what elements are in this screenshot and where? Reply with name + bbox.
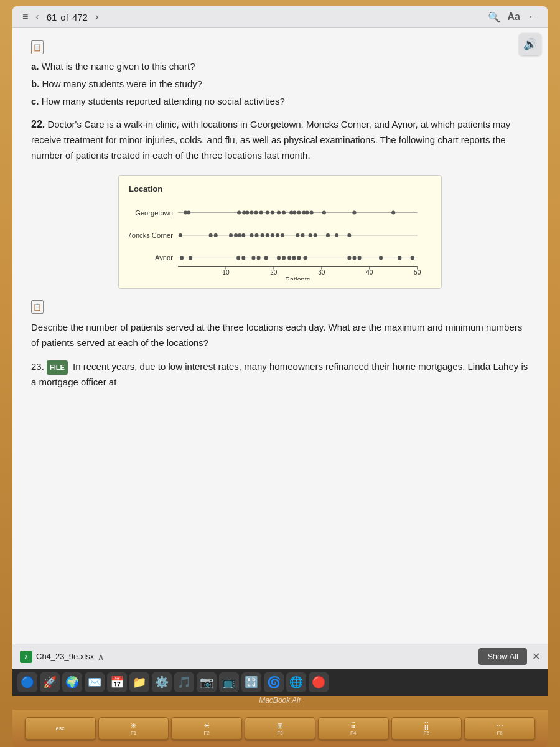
svg-point-25 bbox=[259, 210, 263, 214]
keyboard-row-function: esc ☀ F1 ☀ F2 ⊞ F3 ⠿ F4 ⣿ F5 bbox=[25, 717, 535, 740]
current-page: 61 bbox=[47, 12, 57, 22]
question-23-text: In recent years, due to low interest rat… bbox=[31, 361, 528, 387]
dock-item-music[interactable]: 🎵 bbox=[174, 672, 194, 692]
svg-point-35 bbox=[310, 210, 314, 214]
prev-page-button[interactable]: ‹ bbox=[33, 10, 41, 24]
f5-key[interactable]: ⣿ F5 bbox=[391, 717, 462, 740]
font-size-button[interactable]: Aa bbox=[508, 11, 520, 22]
svg-point-29 bbox=[282, 210, 286, 214]
svg-point-62 bbox=[236, 256, 240, 260]
next-page-button[interactable]: › bbox=[93, 10, 101, 24]
svg-point-51 bbox=[276, 233, 279, 237]
dock-item-facetime[interactable]: 📷 bbox=[197, 672, 217, 692]
download-bar: x Ch4_23_9e.xlsx ∧ Show All ✕ bbox=[12, 644, 548, 669]
f2-key[interactable]: ☀ F2 bbox=[171, 717, 242, 740]
svg-point-67 bbox=[277, 256, 281, 260]
svg-text:Georgetown: Georgetown bbox=[135, 209, 173, 216]
svg-point-50 bbox=[271, 233, 274, 237]
f4-key[interactable]: ⠿ F4 bbox=[318, 717, 389, 740]
svg-point-42 bbox=[229, 233, 233, 237]
svg-point-73 bbox=[347, 256, 351, 260]
total-pages: 472 bbox=[72, 12, 88, 22]
dock-item-settings[interactable]: ⚙️ bbox=[152, 672, 172, 692]
svg-point-48 bbox=[261, 233, 264, 237]
svg-point-56 bbox=[314, 233, 317, 237]
question-22-body: Doctor's Care is a walk-in clinic, with … bbox=[31, 119, 510, 161]
svg-text:30: 30 bbox=[318, 269, 325, 276]
search-icon[interactable]: 🔍 bbox=[488, 11, 500, 23]
close-download-button[interactable]: ✕ bbox=[532, 651, 540, 662]
svg-point-54 bbox=[301, 233, 304, 237]
svg-point-57 bbox=[326, 233, 330, 237]
question-22-text: 22. Doctor's Care is a walk-in clinic, w… bbox=[31, 116, 529, 164]
svg-point-23 bbox=[250, 210, 253, 214]
dock-item-browser[interactable]: 🌍 bbox=[62, 672, 82, 692]
svg-point-66 bbox=[264, 256, 268, 260]
svg-text:Patients: Patients bbox=[285, 276, 310, 280]
f1-key[interactable]: ☀ F1 bbox=[98, 717, 169, 740]
dock-item-tv[interactable]: 📺 bbox=[219, 672, 239, 692]
svg-point-37 bbox=[352, 210, 356, 214]
show-all-button[interactable]: Show All bbox=[478, 648, 527, 665]
svg-point-47 bbox=[255, 233, 259, 237]
dock-item-extra1[interactable]: 🌀 bbox=[264, 672, 284, 692]
question-23-number: 23. bbox=[31, 361, 44, 372]
svg-point-19 bbox=[187, 210, 190, 214]
sub-question-b: b. How many students were in the study? bbox=[31, 77, 529, 92]
svg-text:50: 50 bbox=[414, 269, 421, 276]
svg-point-32 bbox=[297, 210, 301, 214]
svg-point-44 bbox=[238, 233, 241, 237]
top-right-controls: 🔍 Aa ← bbox=[488, 11, 538, 23]
top-bar: ≡ ‹ 61 of 472 › 🔍 Aa ← bbox=[12, 6, 548, 28]
esc-key[interactable]: esc bbox=[25, 717, 96, 740]
chart-title: Location bbox=[129, 184, 431, 194]
page-separator: of bbox=[60, 12, 68, 22]
f3-key[interactable]: ⊞ F3 bbox=[245, 717, 315, 740]
sub-q-a-text: What is the name given to this chart? bbox=[42, 61, 195, 72]
sub-question-a: a. What is the name given to this chart? bbox=[31, 59, 529, 74]
svg-point-31 bbox=[292, 210, 296, 214]
svg-point-68 bbox=[282, 256, 286, 260]
svg-point-61 bbox=[189, 256, 192, 260]
svg-point-76 bbox=[379, 256, 383, 260]
dock-item-files[interactable]: 📁 bbox=[129, 672, 149, 692]
sub-q-a-label: a. bbox=[31, 61, 39, 72]
svg-point-45 bbox=[241, 233, 245, 237]
svg-point-43 bbox=[234, 233, 238, 237]
dock-item-extra2[interactable]: 🔴 bbox=[309, 672, 329, 692]
expand-arrow[interactable]: ∧ bbox=[98, 652, 104, 662]
svg-text:10: 10 bbox=[222, 269, 230, 276]
taskbar: 🔵 🚀 🌍 ✉️ 📅 📁 ⚙️ 🎵 📷 📺 🔡 🌀 🌐 🔴 bbox=[12, 669, 548, 696]
file-badge: FILE bbox=[47, 360, 68, 374]
f6-key[interactable]: ⋯ F6 bbox=[464, 717, 535, 740]
dock-item-launchpad[interactable]: 🚀 bbox=[40, 672, 60, 692]
svg-point-59 bbox=[347, 233, 351, 237]
back-button[interactable]: ← bbox=[528, 11, 538, 22]
volume-button[interactable]: 🔊 bbox=[519, 33, 541, 55]
macbook-label: MacBook Air bbox=[259, 696, 301, 705]
description-text: Describe the number of patients served a… bbox=[31, 320, 529, 351]
dock-item-a[interactable]: 🔡 bbox=[241, 672, 261, 692]
svg-point-24 bbox=[254, 210, 258, 214]
svg-point-49 bbox=[266, 233, 269, 237]
svg-point-34 bbox=[306, 210, 309, 214]
svg-point-75 bbox=[358, 256, 362, 260]
svg-point-27 bbox=[271, 210, 274, 214]
svg-text:40: 40 bbox=[366, 269, 373, 276]
content-area: 📋 a. What is the name given to this char… bbox=[12, 28, 548, 644]
dot-plot-area: Georgetown Moncks Corner Aynor bbox=[129, 199, 431, 282]
svg-point-20 bbox=[237, 210, 241, 214]
svg-point-41 bbox=[214, 233, 218, 237]
menu-icon[interactable]: ≡ bbox=[22, 11, 28, 22]
dock-item-calendar[interactable]: 📅 bbox=[107, 672, 127, 692]
keyboard-area: esc ☀ F1 ☀ F2 ⊞ F3 ⠿ F4 ⣿ F5 bbox=[12, 710, 548, 747]
screen-area: ≡ ‹ 61 of 472 › 🔍 Aa ← 🔊 bbox=[12, 6, 548, 696]
svg-point-52 bbox=[281, 233, 284, 237]
dot-plot-chart: Location Georgetown Moncks Corner Aynor bbox=[118, 175, 442, 289]
dock-item-chrome[interactable]: 🌐 bbox=[286, 672, 306, 692]
question-22-block: 22. Doctor's Care is a walk-in clinic, w… bbox=[31, 116, 529, 164]
dock-item-mail[interactable]: ✉️ bbox=[85, 672, 105, 692]
dock-item-finder[interactable]: 🔵 bbox=[17, 672, 37, 692]
svg-point-71 bbox=[297, 256, 301, 260]
svg-point-72 bbox=[303, 256, 307, 260]
